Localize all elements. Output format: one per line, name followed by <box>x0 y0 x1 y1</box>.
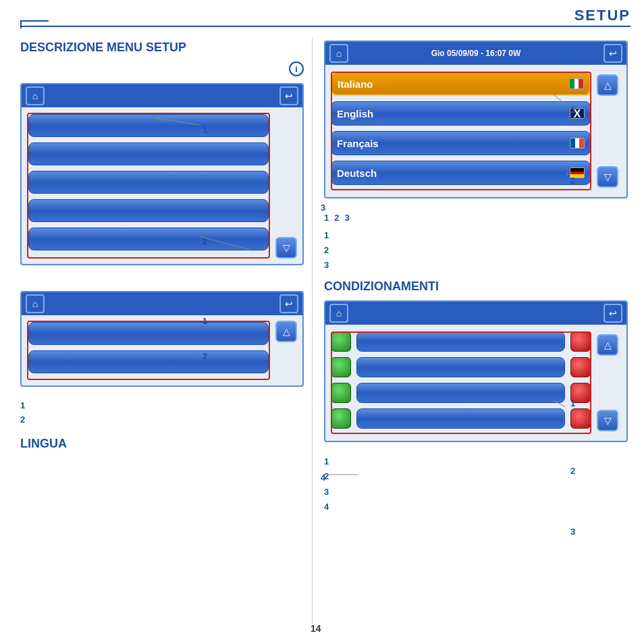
cond-annot-r4: 4 <box>321 473 325 483</box>
menu-panel-1: ⌂ ↩ ▽ <box>20 83 304 265</box>
panel1-home-btn[interactable]: ⌂ <box>26 86 45 105</box>
lang-scroll-up[interactable]: △ <box>597 74 618 96</box>
lang-annot-1: 1 <box>324 211 329 225</box>
header-divider <box>20 26 630 27</box>
lang-bl-2: 2 <box>324 243 628 258</box>
cond-panel-header: ⌂ ↩ <box>325 302 626 325</box>
panel1-scroll-down[interactable]: ▽ <box>275 237 297 259</box>
cond-scroll-down[interactable]: ▽ <box>597 410 618 431</box>
cond-bottom-labels: 1 2 3 4 <box>324 454 628 514</box>
lang-bl-1: 1 <box>324 228 628 243</box>
cond-back-btn[interactable]: ↩ <box>603 304 622 323</box>
lang-panel-header: ⌂ Gio 05/09/09 - 16:07 0W ↩ <box>325 42 626 65</box>
panel1-back-btn[interactable]: ↩ <box>279 86 298 105</box>
left-label-2: 2 <box>20 413 304 427</box>
cond-annot-r1: 1 <box>570 398 575 408</box>
lang-selection-box <box>331 72 591 190</box>
panel2-scroll-up[interactable]: △ <box>275 321 297 342</box>
panel1-selection-box <box>27 113 270 259</box>
panel2-items-area: △ <box>22 315 302 385</box>
info-icon[interactable]: i <box>289 61 304 76</box>
cond-panel: ⌂ ↩ <box>324 300 628 442</box>
panel2-selection-box <box>27 321 270 380</box>
lang-panel: ⌂ Gio 05/09/09 - 16:07 0W ↩ Italiano Eng… <box>324 41 628 198</box>
annot-1a: 1 <box>203 125 207 135</box>
menu-panel-2: ⌂ ↩ △ <box>20 291 304 387</box>
panel2-header: ⌂ ↩ <box>22 292 302 315</box>
lang-bl-3: 3 <box>324 258 628 273</box>
right-column: ⌂ Gio 05/09/09 - 16:07 0W ↩ Italiano Eng… <box>324 37 628 514</box>
left-section-title: DESCRIZIONE MENU SETUP <box>20 41 304 55</box>
lingua-title: LINGUA <box>20 437 304 451</box>
cond-annot-r2: 2 <box>570 466 575 476</box>
lang-panel-back[interactable]: ↩ <box>603 44 622 63</box>
cond-selection-box <box>331 331 591 434</box>
panel1-items-area: ▽ <box>22 107 302 264</box>
left-label-1: 1 <box>20 399 304 413</box>
cond-bl-4: 4 <box>324 500 628 514</box>
annot-1b: 1 <box>203 316 207 326</box>
lang-header-text: Gio 05/09/09 - 16:07 0W <box>431 49 521 58</box>
lang-list: Italiano English Français Deutsch <box>331 72 621 190</box>
panel2-home-btn[interactable]: ⌂ <box>26 294 45 313</box>
cond-bl-3: 3 <box>324 485 628 500</box>
lang-annot-3: 3 <box>344 211 349 225</box>
lang-annot-2: 2 <box>334 211 339 225</box>
lang-annot-r3: 3 <box>321 203 325 213</box>
lang-scroll-down[interactable]: ▽ <box>597 166 618 188</box>
cond-list: △ ▽ <box>331 331 621 434</box>
panel2-back-btn[interactable]: ↩ <box>279 294 298 313</box>
lang-annot-r2: 2 <box>570 176 575 186</box>
cond-content: △ ▽ <box>325 325 626 441</box>
cond-title: CONDIZIONAMENTI <box>324 279 628 294</box>
cond-annot-r3: 3 <box>570 527 575 537</box>
lang-panel-home[interactable]: ⌂ <box>329 44 348 63</box>
cond-home-btn[interactable]: ⌂ <box>329 304 348 323</box>
lang-content: Italiano English Français Deutsch <box>325 65 626 197</box>
cond-bl-1: 1 <box>324 454 628 469</box>
lang-bottom-labels: 1 2 3 <box>324 228 628 273</box>
lang-labels: 1 2 3 <box>324 211 628 225</box>
setup-title: SETUP <box>574 7 630 24</box>
lang-annot-r1: 1 <box>570 105 575 115</box>
cond-scroll-up[interactable]: △ <box>597 334 618 356</box>
annot-2b: 2 <box>203 351 207 361</box>
annot-2a: 2 <box>203 236 207 246</box>
left-bottom-labels: 1 2 <box>20 399 304 427</box>
cond-bl-2: 2 <box>324 469 628 484</box>
page-number: 14 <box>311 623 321 634</box>
left-column: DESCRIZIONE MENU SETUP i ⌂ ↩ ▽ ⌂ ↩ <box>20 37 304 458</box>
vertical-divider <box>312 37 313 624</box>
panel1-header: ⌂ ↩ <box>22 84 302 107</box>
